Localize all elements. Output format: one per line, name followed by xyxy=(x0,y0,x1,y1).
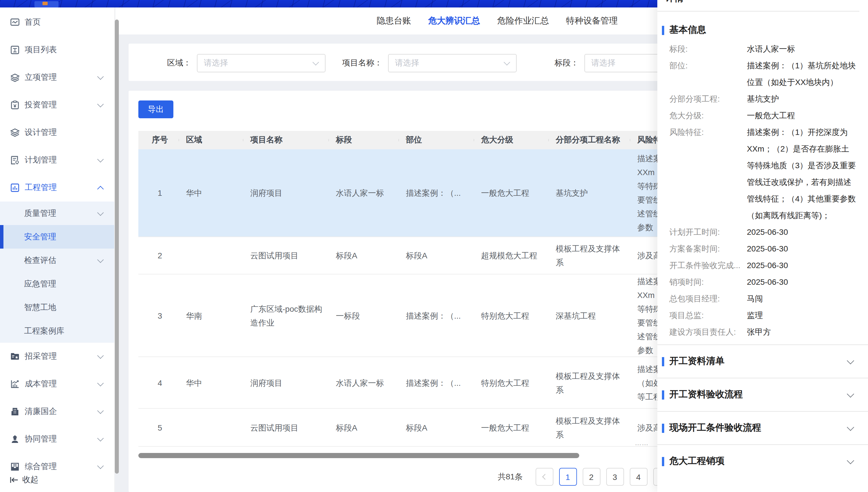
chevron-down-icon xyxy=(97,256,104,263)
field-label: 总包项目经理: xyxy=(669,291,747,307)
horizontal-scrollbar[interactable] xyxy=(138,453,579,458)
submenu-item-label: 应急管理 xyxy=(24,279,56,289)
cell-project: 云图试用项目 xyxy=(243,249,328,262)
sidebar: 首页 项目列表 立项管理 投资管理 设计管理 计划管理 xyxy=(0,7,115,492)
cell-no: 1 xyxy=(138,186,178,200)
section-startup-documents[interactable]: 开工资料清单 xyxy=(657,344,868,378)
cell-no: 4 xyxy=(138,376,178,390)
cell-level: 特别危大工程 xyxy=(474,376,548,390)
sidebar-item-design[interactable]: 设计管理 xyxy=(0,119,114,146)
stack-icon xyxy=(10,127,20,138)
plan-document-icon xyxy=(10,155,20,165)
field-label: 方案备案时间: xyxy=(669,241,747,257)
submenu-item-case-library[interactable]: 工程案例库 xyxy=(0,319,114,343)
region-select[interactable]: 请选择 xyxy=(197,54,325,72)
field-value: 马闯 xyxy=(747,291,856,307)
cell-level: 一般危大工程 xyxy=(474,420,548,434)
section-title-text: 开工资料清单 xyxy=(669,355,724,367)
worker-icon xyxy=(10,434,20,444)
sidebar-item-initiation[interactable]: 立项管理 xyxy=(0,64,114,91)
field-row: 风险特征:描述案例：（1）开挖深度为XXm；（2）是否存在膨胀土等特殊地质（3）… xyxy=(669,124,859,224)
sidebar-item-label: 成本管理 xyxy=(25,379,57,389)
sidebar-item-integrity[interactable]: 清廉国企 xyxy=(0,398,114,425)
sidebar-item-investment[interactable]: 投资管理 xyxy=(0,91,114,119)
cell-project: 广东区域-poc数据构造作业 xyxy=(243,302,328,329)
sidebar-item-collaboration[interactable]: 协同管理 xyxy=(0,425,114,453)
field-label: 销项时间: xyxy=(669,274,747,291)
chevron-down-icon xyxy=(97,352,104,359)
section-startup-doc-acceptance[interactable]: 开工资料验收流程 xyxy=(657,378,868,411)
chevron-down-icon xyxy=(504,59,510,66)
chevron-down-icon xyxy=(97,435,104,441)
prev-page-button[interactable] xyxy=(535,468,553,486)
section-site-condition-acceptance[interactable]: 现场开工条件验收流程 xyxy=(657,411,868,444)
cell-section: 标段A xyxy=(328,249,398,262)
section-title-text: 危大工程销项 xyxy=(669,455,724,467)
section-title-text: 开工资料验收流程 xyxy=(669,389,743,401)
cell-subproject: 模板工程及支撑体系 xyxy=(548,369,630,396)
col-header-level: 危大分级 xyxy=(474,135,548,145)
region-select-placeholder: 请选择 xyxy=(204,58,228,68)
chevron-up-icon xyxy=(97,186,104,192)
page-button-3[interactable]: 3 xyxy=(606,468,624,486)
sidebar-item-home[interactable]: 首页 xyxy=(0,8,114,36)
chevron-down-icon xyxy=(97,73,104,80)
tab-special-equipment[interactable]: 特种设备管理 xyxy=(566,16,618,26)
yuan-clipboard-icon xyxy=(10,100,20,110)
submenu-item-inspection[interactable]: 检查评估 xyxy=(0,249,114,272)
sidebar-item-plan[interactable]: 计划管理 xyxy=(0,146,114,174)
engineering-submenu: 质量管理 安全管理 检查评估 应急管理 智慧工地 工程案例库 xyxy=(0,201,114,343)
cell-project: 润府项目 xyxy=(243,376,328,390)
basic-info-fields: 标段:水语人家一标 部位:描述案例：（1）基坑所处地块位置（如处于XX地块内） … xyxy=(669,41,859,340)
section-accent-bar xyxy=(662,457,664,466)
clipped-row-hint: ⋯⋯ xyxy=(635,441,649,448)
sidebar-scrollbar[interactable] xyxy=(115,20,119,474)
tab-dangerous-operation-summary[interactable]: 危险作业汇总 xyxy=(497,16,549,26)
sidebar-item-project-list[interactable]: 项目列表 xyxy=(0,36,114,64)
page-button-2[interactable]: 2 xyxy=(582,468,600,486)
page-button-4[interactable]: 4 xyxy=(629,468,647,486)
field-value: 2025-06-30 xyxy=(747,274,856,291)
field-value: 2025-06-30 xyxy=(747,241,856,257)
field-row: 计划开工时间:2025-06-30 xyxy=(669,224,859,241)
submenu-item-label: 质量管理 xyxy=(24,208,56,218)
sidebar-item-label: 协同管理 xyxy=(25,434,57,444)
tab-hidden-danger-ledger[interactable]: 隐患台账 xyxy=(377,16,411,26)
submenu-item-label: 工程案例库 xyxy=(24,326,64,336)
col-header-no: 序号 xyxy=(138,135,178,145)
chevron-down-icon xyxy=(847,390,854,397)
chevron-down-icon xyxy=(97,463,104,469)
chevron-left-icon xyxy=(542,474,548,479)
project-select[interactable]: 请选择 xyxy=(388,54,517,72)
sidebar-collapse-button[interactable]: 收起 xyxy=(0,471,114,489)
page-button-1[interactable]: 1 xyxy=(559,468,577,486)
sidebar-item-procurement[interactable]: 招采管理 xyxy=(0,343,114,370)
submenu-item-smart-site[interactable]: 智慧工地 xyxy=(0,296,114,319)
submenu-item-emergency[interactable]: 应急管理 xyxy=(0,272,114,296)
field-label: 标段: xyxy=(669,41,747,57)
chevron-down-icon xyxy=(97,209,104,216)
submenu-item-quality[interactable]: 质量管理 xyxy=(0,201,114,225)
sidebar-item-cost[interactable]: 成本管理 xyxy=(0,370,114,398)
section-title-text: 现场开工条件验收流程 xyxy=(669,422,761,434)
submenu-item-safety[interactable]: 安全管理 xyxy=(0,225,114,249)
field-label: 危大分级: xyxy=(669,107,747,124)
basic-info-title-text: 基本信息 xyxy=(669,24,706,36)
cell-subproject: 深基坑工程 xyxy=(548,309,630,322)
col-header-subproject: 分部分项工程名称 xyxy=(548,135,630,145)
field-value: 描述案例：（1）基坑所处地块位置（如处于XX地块内） xyxy=(747,57,856,91)
sidebar-item-label: 招采管理 xyxy=(25,351,57,362)
detail-panel: 详情 基本信息 标段:水语人家一标 部位:描述案例：（1）基坑所处地块位置（如处… xyxy=(657,0,868,492)
pagination: 共81条 1 2 3 4 5 xyxy=(498,468,676,486)
tab-major-hazard-summary[interactable]: 危大辨识汇总 xyxy=(428,16,480,26)
cost-chart-icon xyxy=(10,379,20,389)
field-row: 标段:水语人家一标 xyxy=(669,41,859,57)
field-value: 2025-06-30 xyxy=(747,224,856,241)
sidebar-item-engineering[interactable]: 工程管理 xyxy=(0,174,114,201)
cell-section: 水语人家一标 xyxy=(328,376,398,390)
section-hazard-closeout[interactable]: 危大工程销项 xyxy=(657,444,868,478)
cell-region: 华中 xyxy=(178,376,243,390)
field-value: 水语人家一标 xyxy=(747,41,856,57)
export-button[interactable]: 导出 xyxy=(138,100,173,118)
field-row: 建设方项目责任人:张甲方 xyxy=(669,324,859,340)
